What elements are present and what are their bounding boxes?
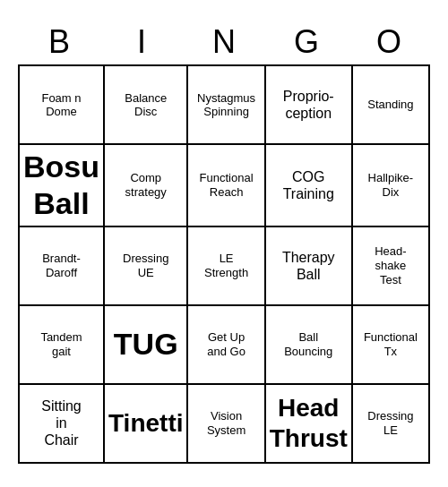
cell-text: Get Up and Go [207, 330, 246, 358]
bingo-cell: Balance Disc [105, 66, 188, 145]
title-letter: I [102, 23, 181, 61]
bingo-cell: Functional Reach [188, 145, 265, 227]
cell-text: Ball Bouncing [284, 330, 332, 358]
bingo-cell: Brandt- Daroff [20, 227, 105, 306]
cell-text: Head Thrust [270, 393, 348, 453]
cell-text: Standing [367, 98, 413, 112]
bingo-cell: Functional Tx [353, 306, 430, 385]
cell-text: Proprio- ception [283, 88, 334, 122]
bingo-grid: Foam n DomeBalance DiscNystagmus Spinnin… [18, 64, 430, 464]
bingo-cell: Proprio- ception [266, 66, 353, 145]
cell-text: Hallpike- Dix [368, 171, 414, 199]
cell-text: Brandt- Daroff [42, 252, 81, 279]
title-letter: G [267, 23, 346, 61]
cell-text: Sitting in Chair [41, 397, 81, 449]
bingo-cell: COG Training [266, 145, 353, 227]
bingo-cell: Get Up and Go [188, 306, 265, 385]
bingo-cell: LE Strength [188, 227, 265, 306]
bingo-cell: Dressing UE [105, 227, 188, 306]
bingo-cell: Ball Bouncing [266, 306, 353, 385]
bingo-cell: Vision System [188, 385, 265, 464]
cell-text: Dressing UE [123, 252, 168, 279]
cell-text: COG Training [283, 168, 334, 202]
cell-text: TUG [114, 326, 178, 363]
bingo-cell: Dressing LE [353, 385, 430, 464]
cell-text: Tandem gait [40, 330, 82, 358]
title-letter: B [20, 23, 99, 61]
bingo-title: BINGO [18, 23, 430, 61]
title-letter: O [349, 23, 428, 61]
bingo-cell: Head- shake Test [353, 227, 430, 306]
bingo-cell: Therapy Ball [266, 227, 353, 306]
cell-text: LE Strength [204, 252, 248, 279]
bingo-cell: Comp strategy [105, 145, 188, 227]
cell-text: Foam n Dome [41, 91, 81, 119]
bingo-cell: Tinetti [105, 385, 188, 464]
cell-text: Dressing LE [367, 409, 413, 437]
bingo-cell: Foam n Dome [20, 66, 105, 145]
cell-text: Balance Disc [125, 91, 167, 119]
cell-text: Therapy Ball [282, 249, 335, 283]
cell-text: Functional Reach [200, 171, 254, 199]
title-letter: N [185, 23, 263, 61]
cell-text: Vision System [207, 409, 246, 437]
bingo-cell: Standing [353, 66, 430, 145]
cell-text: Nystagmus Spinning [197, 91, 255, 119]
bingo-cell: TUG [105, 306, 188, 385]
cell-text: Comp strategy [125, 171, 167, 199]
bingo-cell: Nystagmus Spinning [188, 66, 265, 145]
bingo-card: BINGO Foam n DomeBalance DiscNystagmus S… [9, 14, 439, 473]
bingo-cell: Tandem gait [20, 306, 105, 385]
cell-text: Bosu Ball [23, 149, 99, 222]
cell-text: Functional Tx [364, 330, 418, 358]
bingo-cell: Bosu Ball [20, 145, 105, 227]
cell-text: Tinetti [108, 408, 183, 439]
cell-text: Head- shake Test [375, 244, 406, 286]
bingo-cell: Head Thrust [266, 385, 353, 464]
bingo-cell: Hallpike- Dix [353, 145, 430, 227]
bingo-cell: Sitting in Chair [20, 385, 105, 464]
